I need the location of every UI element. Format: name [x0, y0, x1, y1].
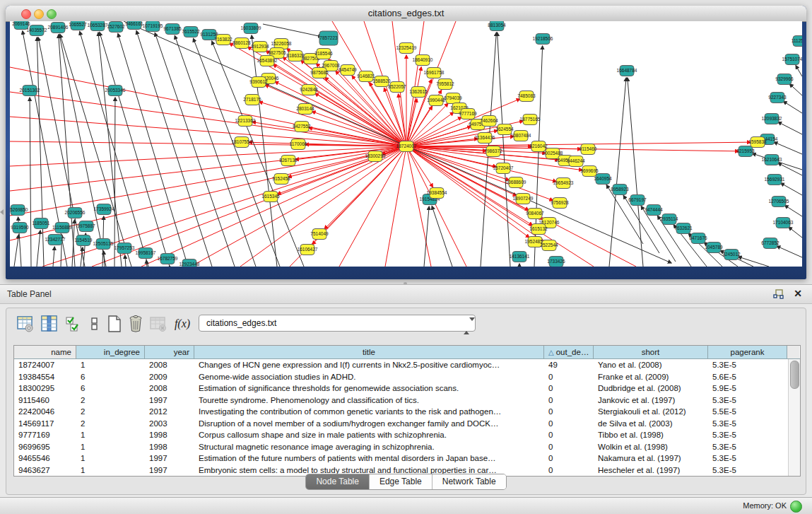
black-edge[interactable] — [194, 38, 280, 267]
graph-node[interactable]: 8958923 — [611, 185, 629, 195]
show-columns-icon[interactable] — [39, 313, 60, 334]
black-edge[interactable] — [777, 246, 802, 257]
graph-node[interactable]: 9245012 — [722, 250, 741, 260]
collapse-panel-arrow-icon[interactable] — [0, 209, 4, 215]
red-edge[interactable] — [10, 92, 406, 146]
graph-node[interactable]: 17957253 — [114, 243, 135, 254]
graph-node[interactable]: 7615522 — [182, 27, 200, 37]
black-edge[interactable] — [175, 35, 256, 267]
graph-node[interactable]: 9875685 — [310, 68, 329, 78]
column-header-title[interactable]: title — [194, 346, 544, 358]
black-edge[interactable] — [252, 35, 277, 267]
new-table-icon[interactable] — [104, 313, 125, 334]
graph-node[interactable]: 7857223 — [319, 31, 338, 45]
graph-node[interactable]: 1065527 — [69, 21, 87, 30]
graph-node[interactable]: 2522544 — [540, 240, 558, 251]
graph-node[interactable]: 18107554 — [232, 137, 252, 148]
black-edge[interactable] — [30, 98, 31, 267]
graph-node[interactable]: 2185546 — [314, 49, 333, 59]
red-edge[interactable] — [240, 146, 406, 267]
delete-rows-icon[interactable] — [125, 313, 146, 334]
black-edge[interactable] — [778, 122, 802, 134]
graph-node[interactable]: 9777169 — [459, 109, 477, 119]
graph-node[interactable]: 8215953 — [736, 146, 755, 157]
black-edge[interactable] — [136, 31, 212, 267]
graph-node[interactable]: 11156889 — [52, 223, 72, 233]
graph-node[interactable]: 9227343 — [768, 93, 787, 103]
graph-node[interactable]: 9152458 — [272, 174, 290, 185]
graph-node[interactable]: 9084067 — [526, 209, 544, 219]
graph-node[interactable]: 2935114 — [661, 214, 678, 225]
red-edge[interactable] — [406, 21, 424, 146]
graph-node[interactable]: 8813054 — [488, 21, 506, 31]
black-edge[interactable] — [104, 251, 105, 267]
function-builder-icon[interactable]: f(x) — [170, 313, 194, 334]
graph-node[interactable]: 1185051 — [33, 218, 50, 229]
column-header-in_degree[interactable]: in_degree — [76, 346, 145, 358]
black-edge[interactable] — [781, 183, 802, 195]
graph-node[interactable]: 1990448 — [427, 95, 445, 106]
red-edge[interactable] — [10, 146, 406, 216]
black-edge[interactable] — [124, 21, 671, 263]
graph-node[interactable]: 7485083 — [517, 91, 536, 102]
graph-node[interactable]: 1170066 — [290, 139, 307, 150]
red-edge[interactable] — [141, 146, 406, 267]
graph-node[interactable]: 25269850 — [10, 205, 28, 216]
graph-node[interactable]: 9466161 — [125, 21, 143, 30]
graph-node[interactable]: 8860128 — [233, 38, 251, 49]
graph-node[interactable]: 20053346 — [105, 86, 126, 96]
graph-node[interactable]: 1112547 — [792, 36, 802, 47]
graph-node[interactable]: 10653287 — [88, 21, 108, 31]
graph-node[interactable]: 14136141 — [510, 252, 530, 262]
graph-node[interactable]: 1615132 — [529, 224, 548, 235]
graph-node[interactable]: 1595838 — [748, 137, 767, 148]
select-all-icon[interactable] — [63, 313, 84, 334]
graph-node[interactable]: 15751074 — [782, 54, 802, 65]
column-header-pagerank[interactable]: pagerank — [708, 346, 787, 358]
table-row[interactable]: 977716911998Corpus callosum shape and si… — [14, 429, 788, 441]
graph-node[interactable]: 19654923 — [553, 178, 574, 189]
table-row[interactable]: 911546021997Tourette syndrome. Phenomeno… — [14, 395, 788, 407]
column-header-out_de[interactable]: △out_de… — [544, 346, 594, 358]
black-edge[interactable] — [37, 230, 40, 267]
red-edge[interactable] — [406, 146, 466, 267]
graph-node[interactable]: 7462664 — [480, 116, 498, 127]
graph-node[interactable]: 9756928 — [551, 198, 569, 209]
red-edge[interactable] — [315, 93, 406, 146]
graph-node[interactable]: 16782759 — [158, 254, 178, 264]
table-row[interactable]: 946554611997Estimation of the future num… — [14, 452, 788, 465]
graph-node[interactable]: 21364436 — [475, 133, 495, 144]
graph-node[interactable]: 16033809 — [241, 23, 261, 34]
table-row[interactable]: 969969511998Structural magnetic resonanc… — [14, 441, 788, 453]
black-edge[interactable] — [778, 163, 802, 175]
graph-node[interactable]: 6772852 — [761, 238, 779, 249]
graph-node[interactable]: 15692931 — [765, 175, 785, 185]
graph-node[interactable]: 10688609 — [506, 177, 526, 188]
black-edge[interactable] — [783, 101, 802, 113]
black-edge[interactable] — [774, 142, 802, 154]
red-edge[interactable] — [406, 146, 431, 267]
graph-node[interactable]: 9975887 — [77, 221, 95, 232]
graph-node[interactable]: 9329966 — [775, 74, 794, 85]
graph-node[interactable]: 2718176 — [243, 95, 261, 105]
black-edge[interactable] — [784, 205, 802, 216]
graph-node[interactable]: 8912934 — [251, 42, 269, 52]
window-titlebar[interactable]: citations_edges.txt — [6, 6, 806, 22]
graph-node[interactable]: 1615345 — [261, 192, 280, 202]
graph-node[interactable]: 19958167 — [136, 248, 156, 259]
black-edge[interactable] — [609, 78, 626, 267]
black-edge[interactable] — [789, 84, 802, 95]
black-edge[interactable] — [263, 24, 322, 37]
delete-table-icon[interactable] — [148, 313, 169, 334]
graph-node[interactable]: 7986372 — [484, 146, 502, 157]
tab-network-table[interactable]: Network Table — [433, 474, 506, 489]
red-edge[interactable] — [312, 146, 406, 245]
close-panel-icon[interactable]: ✕ — [794, 288, 802, 299]
row-options-icon[interactable] — [84, 313, 105, 334]
float-panel-icon[interactable] — [773, 289, 784, 299]
column-header-short[interactable]: short — [594, 346, 708, 358]
black-edge[interactable] — [53, 247, 54, 267]
red-edge[interactable] — [406, 142, 751, 146]
graph-node[interactable]: 12706505 — [769, 197, 789, 207]
red-edge[interactable] — [406, 139, 478, 146]
